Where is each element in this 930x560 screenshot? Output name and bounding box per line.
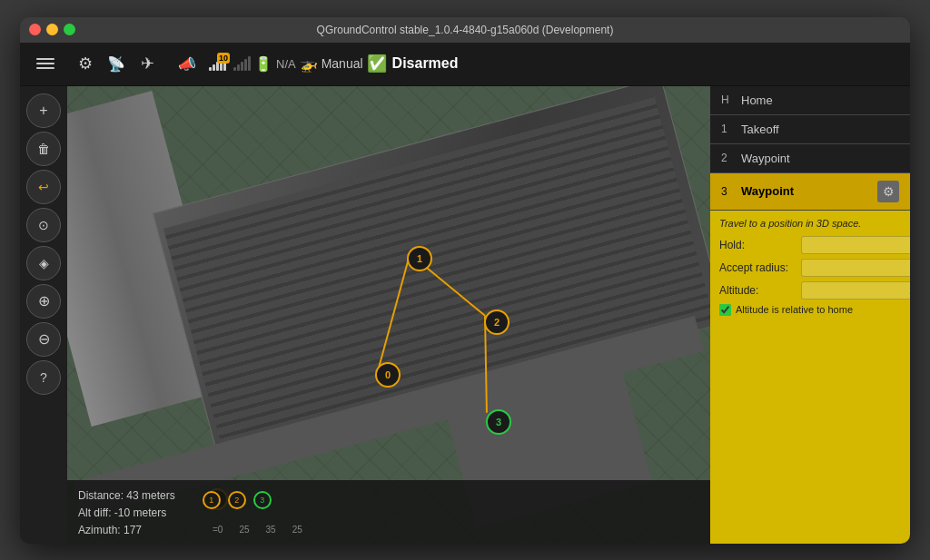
flight-plan-button[interactable]: ✈ — [129, 45, 165, 82]
delete-button[interactable]: 🗑 — [26, 132, 61, 166]
battery-label: N/A — [276, 57, 296, 71]
megaphone-icon: 📣 — [178, 55, 196, 73]
check-circle-icon: ✅ — [367, 54, 387, 74]
gear-small-icon: ⚙ — [883, 184, 895, 199]
main-content: + 🗑 ↩ ⊙ ◈ ⊕ ⊖ ? — [20, 86, 910, 544]
bottom-info-bar: Distance: 43 meters Alt diff: -10 meters… — [67, 480, 710, 544]
waypoint-detail-panel: Travel to a position in 3D space. Hold: … — [710, 211, 910, 544]
battery-icon: 🔋 — [254, 55, 272, 73]
help-icon: ? — [40, 370, 47, 385]
wp-list-item-1[interactable]: 1 Takeoff — [710, 115, 910, 144]
flight-mode: 🚁 Manual — [300, 55, 363, 73]
announce-button[interactable]: 📣 — [169, 45, 205, 82]
signal-count: 10 — [217, 53, 230, 64]
bottom-waypoints: 1 2 3 — [203, 487, 272, 509]
left-panel: + 🗑 ↩ ⊙ ◈ ⊕ ⊖ ? — [20, 86, 67, 544]
hold-label: Hold: — [719, 239, 801, 251]
waypoint-1[interactable]: 1 — [407, 246, 432, 271]
link-signal — [233, 56, 251, 71]
zoom-out-button[interactable]: ⊖ — [26, 322, 61, 357]
waypoint-settings-button[interactable]: ⚙ — [877, 181, 899, 202]
mini-wp-3: 3 — [253, 491, 272, 509]
right-panel: H Home 1 Takeoff 2 Waypoint 3 Waypoint ⚙ — [710, 86, 910, 544]
wp-list-item-home[interactable]: H Home — [710, 86, 910, 115]
send-icon: ✈ — [141, 54, 154, 74]
titlebar: QGroundControl stable_1.0.4-4840-g15a060… — [20, 17, 910, 43]
waypoint-3[interactable]: 3 — [486, 409, 511, 435]
altitude-scale: =0 25 35 25 — [213, 525, 302, 535]
waypoint-description: Travel to a position in 3D space. — [719, 218, 901, 229]
window-title: QGroundControl stable_1.0.4-4840-g15a060… — [317, 24, 614, 36]
mini-wp-2: 2 — [228, 491, 246, 509]
plus-icon: + — [39, 103, 47, 119]
window-controls — [29, 24, 75, 35]
undo-button[interactable]: ↩ — [26, 170, 61, 204]
menu-icon — [36, 58, 54, 69]
hold-input[interactable] — [801, 236, 910, 254]
altitude-label: Altitude: — [719, 284, 801, 297]
relative-altitude-row: Altitude is relative to home — [719, 304, 901, 316]
link-bars-icon — [233, 56, 251, 71]
add-waypoint-button[interactable]: + — [26, 93, 61, 128]
toolbar: ⚙ 📡 ✈ 📣 10 — [20, 43, 910, 86]
gps-signal: 10 — [209, 56, 226, 71]
distance-stat: Distance: 43 meters Alt diff: -10 meters… — [78, 487, 175, 544]
waypoint-2[interactable]: 2 — [484, 309, 510, 335]
zoom-out-icon: ⊖ — [38, 330, 50, 348]
crosshair-icon: ⊙ — [38, 218, 49, 232]
gear-icon: ⚙ — [78, 54, 93, 74]
arm-status: ✅ Disarmed — [367, 54, 459, 74]
accept-radius-field-row: Accept radius: meters — [719, 259, 901, 277]
zoom-in-icon: ⊕ — [38, 292, 50, 309]
settings-button[interactable]: ⚙ — [67, 45, 104, 82]
drone-icon: 🚁 — [300, 55, 318, 73]
map-background: 0 1 2 3 H — [67, 86, 710, 544]
battery-indicator: 🔋 N/A — [254, 55, 296, 73]
layers-button[interactable]: ◈ — [26, 246, 61, 280]
accept-radius-label: Accept radius: — [719, 261, 801, 274]
close-button[interactable] — [29, 24, 41, 35]
center-button[interactable]: ⊙ — [26, 208, 61, 242]
altitude-input[interactable] — [801, 281, 910, 300]
zoom-in-button[interactable]: ⊕ — [26, 284, 61, 319]
layers-icon: ◈ — [39, 256, 49, 270]
menu-button[interactable] — [27, 45, 64, 82]
mode-label: Manual — [322, 56, 363, 71]
maximize-button[interactable] — [64, 24, 75, 35]
status-label: Disarmed — [392, 55, 459, 72]
undo-icon: ↩ — [38, 180, 49, 194]
altitude-field-row: Altitude: meters — [719, 281, 901, 300]
trash-icon: 🗑 — [37, 142, 50, 156]
minimize-button[interactable] — [46, 24, 58, 35]
map-view[interactable]: 0 1 2 3 H — [67, 86, 710, 544]
accept-radius-input[interactable] — [801, 259, 910, 277]
mini-wp-1: 1 — [203, 491, 221, 509]
relative-altitude-checkbox[interactable] — [719, 304, 731, 316]
wp-list-item-2[interactable]: 2 Waypoint — [710, 144, 910, 173]
waypoint-0[interactable]: 0 — [375, 362, 401, 388]
gps-indicator: 📡 — [107, 55, 125, 73]
relative-altitude-label: Altitude is relative to home — [736, 304, 853, 315]
main-window: QGroundControl stable_1.0.4-4840-g15a060… — [20, 17, 910, 544]
wp-list-item-3-active[interactable]: 3 Waypoint ⚙ — [710, 173, 910, 211]
help-button[interactable]: ? — [26, 360, 61, 395]
hold-field-row: Hold: seconds — [719, 236, 901, 254]
gps-icon: 📡 — [107, 55, 125, 73]
